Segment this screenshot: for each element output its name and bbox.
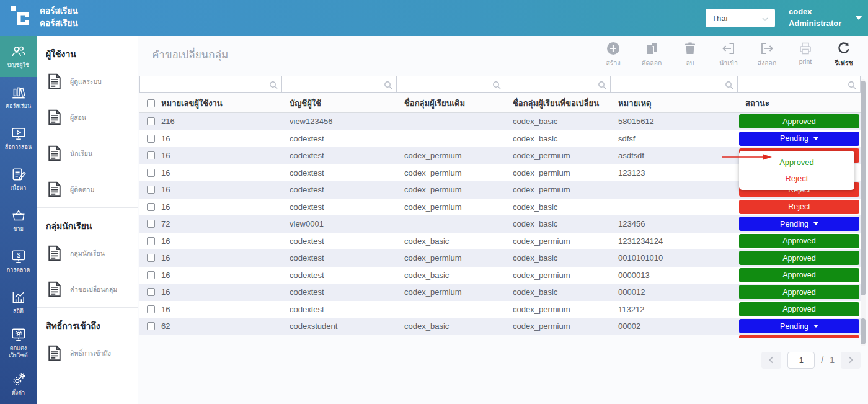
toolbar-button-6[interactable]: รีเฟรช [829,41,859,68]
status-button-approved[interactable]: Approved [739,268,859,282]
sidebar-item-label: นักเรียน [70,148,92,159]
page-separator: / [821,355,823,365]
language-select[interactable]: Thai [706,9,775,27]
status-dropdown-option-reject[interactable]: Reject [739,174,854,183]
sidebar-item[interactable]: คำขอเปลี่ยนกลุ่ม [37,271,138,307]
cell-value: 113212 [618,305,644,314]
cell-value: 0010101010 [618,253,663,263]
next-page-button[interactable] [841,352,861,369]
user-menu[interactable]: codex Administrator [789,6,862,30]
cell-old_group: codex_basic [397,267,505,284]
filter-input-1[interactable] [282,76,396,92]
status-button-label: Pending [780,134,808,143]
filter-input-2[interactable] [397,76,505,92]
brand-logo[interactable]: คอร์สเรียน คอร์สเรียน [10,5,78,29]
column-header-0: หมายเลขผู้ใช้งาน [140,94,282,112]
rail-item-5[interactable]: $การตลาด [0,241,37,282]
brand-title-line2: คอร์สเรียน [40,17,78,30]
rail-item-label: สื่อการสอน [5,144,32,151]
row-checkbox[interactable] [147,117,155,125]
cell-value: codex_basic [513,202,557,212]
page-number-input[interactable] [787,352,815,369]
cell-value: codextest [290,202,324,212]
row-checkbox[interactable] [147,151,155,159]
rail-label-line: สถิติ [13,308,24,315]
row-checkbox[interactable] [147,271,155,279]
rail-label-line: ตกแต่ง [9,345,27,352]
status-button-reject[interactable]: Reject [739,200,859,214]
column-header-label: ชื่อกลุ่มผู้เรียนเดิม [404,97,465,110]
status-button-pending[interactable]: Pending [739,319,859,333]
cell-old_group: codex_permium [397,147,505,164]
filter-input-3[interactable] [505,76,610,92]
sidebar-item[interactable]: ผู้สอน [37,99,138,135]
status-button-approved[interactable]: Approved [739,285,859,299]
cell-note: 00002 [611,318,738,335]
rail-item-1[interactable]: คอร์สเรียน [0,77,37,118]
row-checkbox[interactable] [147,203,155,211]
print-button[interactable]: print [790,41,820,68]
sidebar-item[interactable]: ผู้ดูแลระบบ [37,63,138,99]
row-checkbox[interactable] [147,237,155,245]
cell-value: codextest [290,253,324,263]
row-checkbox[interactable] [147,135,155,143]
rail-item-7[interactable]: ตกแต่งเว็บไซต์ [0,323,37,364]
status-button-approved[interactable]: Approved [739,251,859,265]
cell-old_group: codex_permium [397,284,505,301]
prev-page-button[interactable] [761,352,781,369]
row-checkbox[interactable] [147,322,155,330]
status-button-pending[interactable]: Pending [739,132,859,146]
stats-icon [11,289,27,305]
sidebar-item[interactable]: สิทธิ์การเข้าถึง [37,335,138,371]
rail-item-4[interactable]: ขาย [0,200,37,241]
cell-old_group: codex_permium [397,199,505,216]
row-checkbox[interactable] [147,169,155,177]
row-checkbox[interactable] [147,220,155,228]
row-checkbox[interactable] [147,254,155,262]
select-all-checkbox[interactable] [147,99,155,107]
rail-item-8[interactable]: ตั้งค่า [0,364,37,404]
cell-old_group: codex_permium [397,181,505,199]
scrollbar-thumb[interactable] [861,81,866,295]
status-dropdown-option-approved[interactable]: Approved [739,158,854,167]
table-filter-row [140,76,861,93]
cell-value: sdfsf [618,134,635,143]
cell-value: codex_permium [513,321,570,331]
sidebar-item[interactable]: กลุ่มนักเรียน [37,235,138,271]
status-button-approved[interactable]: Approved [739,114,859,128]
cell-note: 0010101010 [611,249,738,267]
row-checkbox[interactable] [147,186,155,194]
status-button-approved[interactable]: Approved [739,234,859,248]
vertical-scrollbar[interactable] [861,79,866,346]
cell-value: 0000013 [618,271,650,280]
rail-item-6[interactable]: สถิติ [0,282,37,323]
rail-item-2[interactable]: สื่อการสอน [0,118,37,159]
status-button-pending[interactable]: Pending [739,217,859,231]
toolbar-button-3[interactable]: นำเข้า [714,41,743,68]
cell-old_group: codex_permium [397,249,505,267]
row-checkbox[interactable] [147,288,155,296]
cell-user_no: 16 [140,233,282,250]
caret-down-icon [813,325,818,328]
toolbar-button-2[interactable]: ลบ [675,41,705,68]
rail-item-3[interactable]: เนื้อหา [0,159,37,200]
rail-item-0[interactable]: บัญชีผู้ใช้ [0,36,37,77]
cell-value: 16 [161,168,170,177]
cell-value: 16 [161,287,170,297]
column-header-2: ชื่อกลุ่มผู้เรียนเดิม [397,94,505,112]
filter-input-5[interactable] [738,76,860,92]
cell-user_no: 16 [140,181,282,199]
toolbar-button-1[interactable]: คัดลอก [637,41,666,68]
cell-note: 0000013 [611,267,738,284]
toolbar-button-0[interactable]: สร้าง [598,41,628,68]
sidebar-item[interactable]: ผู้ติดตาม [37,171,138,207]
status-button-approved[interactable]: Approved [739,302,859,316]
row-checkbox[interactable] [147,305,155,313]
filter-input-0[interactable] [140,76,281,92]
filter-input-4[interactable] [611,76,737,92]
scrollbar-thumb-lower[interactable] [861,318,866,344]
sidebar-item[interactable]: นักเรียน [37,135,138,171]
cell-value: codex_basic [513,219,557,228]
toolbar-button-4[interactable]: ส่งออก [752,41,782,68]
column-header-label: หมายเหตุ [618,97,652,110]
